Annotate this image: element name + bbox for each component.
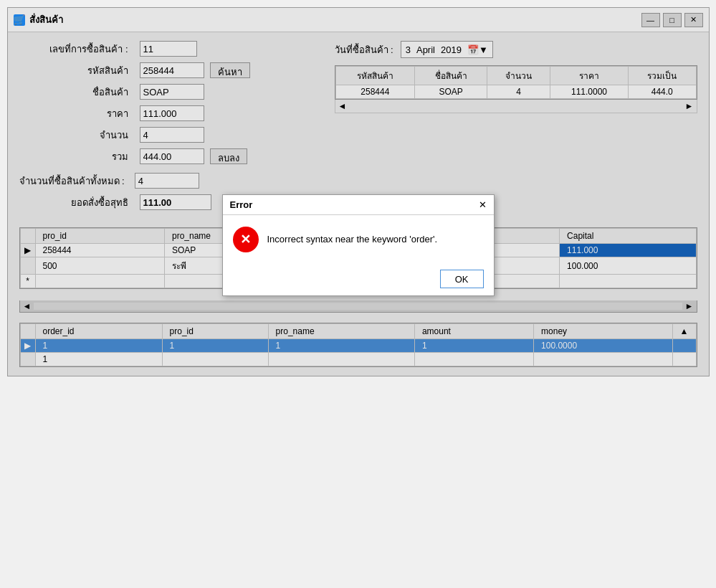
main-window: 🛒 สั่งสินค้า — □ ✕ เลขที่การซื้อสินค้า :… [7, 7, 710, 376]
error-dialog-overlay: Error ✕ ✕ Incorrect syntax near the keyw… [8, 8, 709, 376]
error-close-button[interactable]: ✕ [479, 199, 487, 210]
error-dialog-body: ✕ Incorrect syntax near the keyword 'ord… [223, 215, 494, 264]
ok-button[interactable]: OK [440, 270, 484, 288]
error-dialog-title: Error ✕ [223, 195, 494, 215]
error-icon: ✕ [233, 227, 259, 252]
error-dialog-footer: OK [223, 264, 494, 295]
error-title-text: Error [230, 199, 253, 210]
error-dialog: Error ✕ ✕ Incorrect syntax near the keyw… [222, 194, 495, 296]
error-message: Incorrect syntax near the keyword 'order… [267, 233, 438, 246]
